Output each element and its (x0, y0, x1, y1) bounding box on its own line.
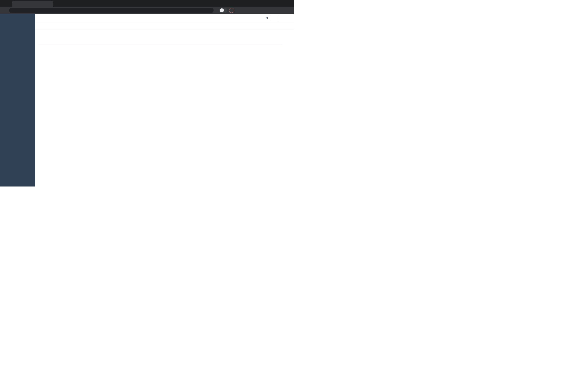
incognito-icon (220, 8, 224, 12)
browser-tab[interactable] (12, 1, 53, 7)
minimize-window-button[interactable] (6, 2, 8, 5)
filter-form (38, 33, 291, 39)
window-controls (2, 2, 12, 5)
browser-tab-strip (0, 0, 294, 7)
sidebar-logo-row (0, 14, 35, 23)
incognito-badge (219, 8, 227, 13)
navbar: tT (35, 14, 294, 22)
tags-view-bar (35, 22, 294, 29)
url-separator: | (15, 9, 15, 12)
browser-update-button[interactable] (229, 8, 234, 13)
sidebar (0, 14, 35, 186)
browser-toolbar: | (0, 7, 294, 14)
zoom-window-button[interactable] (10, 2, 12, 5)
process-model-table (38, 44, 282, 44)
page-content (35, 29, 294, 186)
avatar[interactable] (271, 15, 277, 21)
address-bar[interactable]: | (9, 8, 214, 13)
navbar-actions: tT (255, 15, 291, 21)
close-window-button[interactable] (2, 2, 5, 5)
font-size-icon[interactable]: tT (266, 16, 268, 20)
